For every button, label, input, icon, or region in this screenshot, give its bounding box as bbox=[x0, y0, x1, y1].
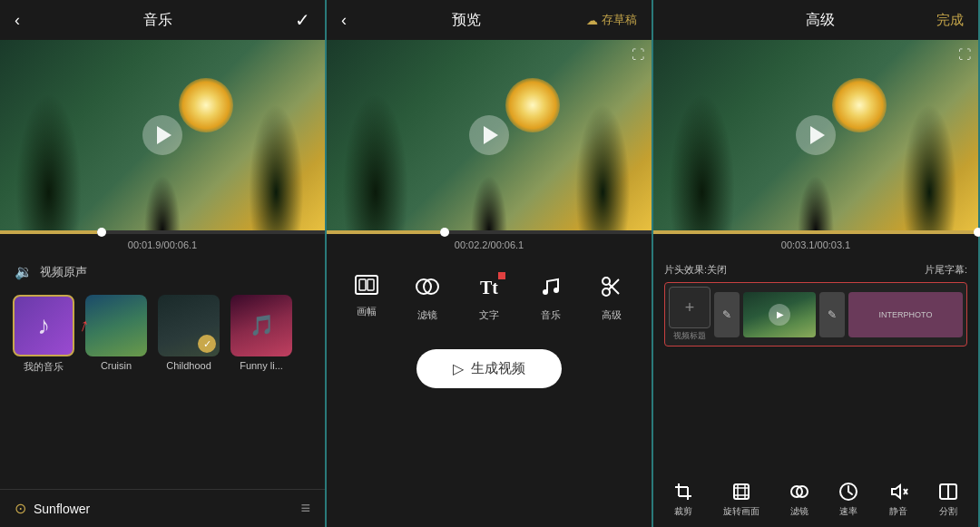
music-thumb-my[interactable]: ♪ bbox=[13, 295, 74, 356]
music-note-icon: ♪ bbox=[37, 311, 50, 340]
filter-label-2: 滤镜 bbox=[790, 505, 808, 518]
panel1-header: ‹ 音乐 ✓ bbox=[0, 0, 325, 40]
video-preview-1 bbox=[0, 40, 325, 230]
intro-clip: + 视频标题 bbox=[669, 287, 710, 342]
scissors-icon bbox=[599, 274, 624, 303]
timeline-bar-1[interactable] bbox=[0, 230, 325, 234]
volume-row: 🔉 视频原声 bbox=[0, 256, 325, 288]
intro-thumb-label: 视频标题 bbox=[673, 330, 706, 342]
panel2-title: 预览 bbox=[452, 11, 481, 30]
selected-checkmark: ✓ bbox=[198, 335, 216, 353]
panel1-title: 音乐 bbox=[143, 11, 172, 30]
clips-row: + 视频标题 ✎ ▶ ✎ bbox=[664, 282, 967, 346]
filter-label: 滤镜 bbox=[417, 308, 437, 322]
outro-label: 片尾字幕: bbox=[925, 263, 967, 277]
tool-advanced[interactable]: 高级 bbox=[589, 274, 634, 322]
timeline-progress-1 bbox=[0, 230, 97, 234]
timeline-bar-3[interactable] bbox=[653, 230, 978, 234]
outro-edit-btn[interactable]: ✎ bbox=[819, 292, 845, 337]
panel-preview: ‹ 预览 ☁ 存草稿 ⛶ 00:02.2/00:06.1 画幅 bbox=[327, 0, 653, 527]
save-draft-button[interactable]: ☁ 存草稿 bbox=[586, 12, 637, 28]
timeline-dot-3[interactable] bbox=[974, 228, 980, 237]
clip-play-icon: ▶ bbox=[777, 309, 784, 319]
timeline-bar-2[interactable] bbox=[327, 230, 652, 234]
svg-marker-24 bbox=[892, 485, 900, 498]
svg-rect-2 bbox=[368, 279, 374, 290]
timeline-dot-2[interactable] bbox=[440, 228, 449, 237]
music-item-childhood[interactable]: ✓ Childhood bbox=[156, 295, 221, 374]
time-display-2: 00:02.2/00:06.1 bbox=[327, 234, 652, 256]
speed-icon bbox=[838, 482, 858, 502]
svg-text:Tt: Tt bbox=[480, 278, 498, 298]
tool-crop[interactable]: 裁剪 bbox=[673, 482, 693, 518]
panel-advanced: 高级 完成 ⛶ 00:03.1/00:03.1 片头效果:关闭 片尾字幕: bbox=[653, 0, 980, 527]
play-button-2[interactable] bbox=[469, 115, 509, 155]
play-button-1[interactable] bbox=[142, 115, 182, 155]
split-label: 分割 bbox=[939, 505, 957, 518]
equalizer-icon[interactable]: ≡ bbox=[300, 499, 310, 518]
music-item-my[interactable]: ♪ 我的音乐 bbox=[11, 295, 76, 374]
intro-outro-labels: 片头效果:关闭 片尾字幕: bbox=[664, 263, 967, 277]
music-item-cruisin[interactable]: Cruisin bbox=[83, 295, 149, 374]
play-button-3[interactable] bbox=[796, 115, 836, 155]
main-clip-thumb[interactable]: ▶ bbox=[743, 292, 816, 337]
tools-grid: 画幅 滤镜 Tt 文字 音乐 bbox=[327, 256, 652, 340]
tool-filter[interactable]: 滤镜 bbox=[405, 274, 450, 322]
music-label-tool: 音乐 bbox=[541, 308, 561, 322]
music-thumb-cruisin[interactable] bbox=[85, 295, 147, 356]
crop-icon bbox=[673, 482, 693, 502]
confirm-button-1[interactable]: ✓ bbox=[295, 9, 310, 31]
music-label-my: 我的音乐 bbox=[11, 360, 76, 374]
volume-label: 视频原声 bbox=[40, 264, 87, 280]
outro-thumb[interactable]: INTERPHOTO bbox=[848, 292, 963, 337]
current-music-info: ⊙ Sunflower bbox=[15, 500, 90, 517]
video-preview-2: ⛶ bbox=[327, 40, 652, 230]
advanced-label: 高级 bbox=[602, 308, 622, 322]
music-label-cruisin: Cruisin bbox=[83, 360, 149, 371]
panel-music: ‹ 音乐 ✓ 00:01.9/00:06.1 🔉 视频原声 ↑ bbox=[0, 0, 327, 527]
panel2-header: ‹ 预览 ☁ 存草稿 bbox=[327, 0, 652, 40]
current-music-name: Sunflower bbox=[34, 502, 90, 516]
timeline-editor: 片头效果:关闭 片尾字幕: + 视频标题 ✎ bbox=[653, 256, 978, 354]
svg-point-9 bbox=[603, 288, 610, 296]
music-list: ♪ 我的音乐 Cruisin ✓ Childhood bbox=[0, 288, 325, 381]
tool-rotate[interactable]: 旋转画面 bbox=[723, 482, 760, 518]
back-button-1[interactable]: ‹ bbox=[15, 11, 20, 30]
generate-video-button[interactable]: ▷ 生成视频 bbox=[416, 349, 562, 388]
filter-icon bbox=[415, 274, 440, 303]
text-dot bbox=[498, 272, 505, 279]
tool-music[interactable]: 音乐 bbox=[528, 274, 573, 322]
video-preview-3: ⛶ bbox=[653, 40, 978, 230]
generate-icon: ▷ bbox=[453, 360, 464, 377]
panel3-bottom: 片头效果:关闭 片尾字幕: + 视频标题 ✎ bbox=[653, 256, 978, 527]
clip-play-overlay: ▶ bbox=[769, 304, 790, 326]
music-tool-icon bbox=[538, 274, 564, 303]
back-button-2[interactable]: ‹ bbox=[341, 11, 347, 30]
text-label: 文字 bbox=[479, 308, 499, 322]
music-thumb-funny[interactable]: 🎵 bbox=[230, 295, 292, 356]
tool-text[interactable]: Tt 文字 bbox=[466, 274, 512, 322]
intro-label: 片头效果:关闭 bbox=[664, 263, 727, 277]
tool-mute[interactable]: 静音 bbox=[888, 482, 908, 518]
panel3-header: 高级 完成 bbox=[653, 0, 978, 40]
outro-text: INTERPHOTO bbox=[879, 310, 933, 319]
speed-label: 速率 bbox=[839, 505, 858, 518]
intro-thumb[interactable]: + bbox=[669, 287, 710, 328]
tool-speed[interactable]: 速率 bbox=[838, 482, 858, 518]
sun-glow-2 bbox=[505, 78, 560, 132]
time-display-3: 00:03.1/00:03.1 bbox=[653, 234, 978, 256]
mute-label: 静音 bbox=[889, 505, 907, 518]
music-label-funny: Funny li... bbox=[229, 360, 294, 371]
done-button[interactable]: 完成 bbox=[936, 12, 964, 29]
fullscreen-icon-3[interactable]: ⛶ bbox=[958, 47, 971, 62]
intro-edit-btn[interactable]: ✎ bbox=[714, 292, 740, 337]
timeline-dot-1[interactable] bbox=[97, 228, 106, 237]
music-thumb-childhood[interactable]: ✓ bbox=[158, 295, 220, 356]
music-item-funny[interactable]: 🎵 Funny li... bbox=[229, 295, 294, 374]
volume-icon: 🔉 bbox=[15, 263, 33, 280]
tool-split[interactable]: 分割 bbox=[938, 482, 958, 518]
tool-canvas[interactable]: 画幅 bbox=[344, 274, 389, 322]
tool-filter-2[interactable]: 滤镜 bbox=[789, 482, 809, 518]
fullscreen-icon-2[interactable]: ⛶ bbox=[632, 47, 644, 62]
text-icon: Tt bbox=[476, 274, 502, 303]
